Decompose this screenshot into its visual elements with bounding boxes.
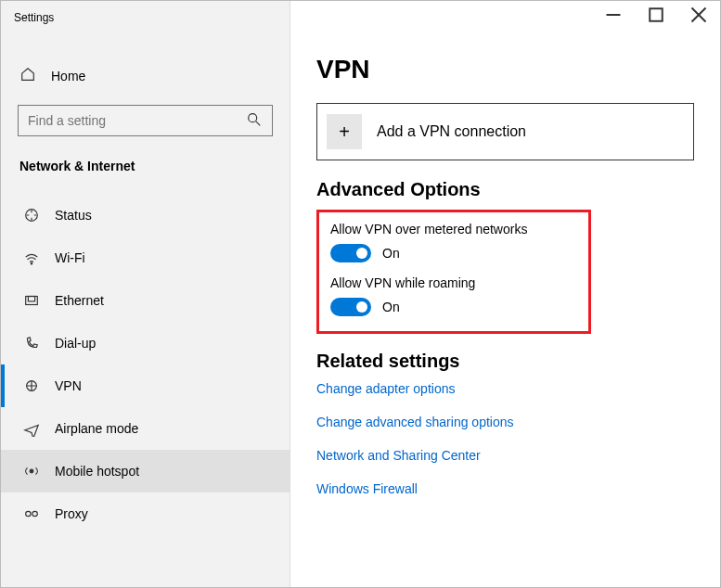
sidebar: Settings Home Network & Internet Status …: [1, 1, 290, 587]
window-title: Settings: [1, 1, 290, 34]
svg-point-6: [30, 469, 33, 473]
nav-label: Airplane mode: [55, 421, 138, 436]
toggle-roaming-state: On: [382, 300, 400, 314]
nav-hotspot[interactable]: Mobile hotspot: [1, 450, 290, 492]
advanced-heading: Advanced Options: [316, 179, 694, 200]
svg-rect-4: [26, 297, 38, 305]
nav-label: VPN: [55, 378, 82, 393]
toggle-metered-label: Allow VPN over metered networks: [330, 222, 577, 236]
nav-label: Proxy: [55, 506, 88, 521]
svg-rect-5: [28, 297, 34, 301]
toggle-metered-state: On: [382, 246, 400, 261]
link-firewall[interactable]: Windows Firewall: [316, 481, 694, 496]
close-button[interactable]: [677, 1, 720, 29]
section-heading: Network & Internet: [1, 149, 290, 194]
nav-label: Wi-Fi: [55, 250, 85, 265]
svg-point-8: [32, 511, 37, 516]
vpn-icon: [23, 377, 40, 394]
minimize-button[interactable]: [592, 1, 635, 29]
nav-airplane[interactable]: Airplane mode: [1, 407, 290, 450]
airplane-icon: [23, 420, 40, 437]
related-heading: Related settings: [316, 351, 694, 372]
nav-wifi[interactable]: Wi-Fi: [1, 236, 290, 279]
nav-status[interactable]: Status: [1, 194, 290, 236]
link-sharing[interactable]: Change advanced sharing options: [316, 415, 694, 429]
proxy-icon: [23, 505, 40, 522]
link-adapter[interactable]: Change adapter options: [316, 381, 694, 396]
plus-icon: +: [327, 114, 362, 149]
window-controls: [592, 1, 720, 29]
toggle-roaming-label: Allow VPN while roaming: [330, 275, 577, 290]
nav-ethernet[interactable]: Ethernet: [1, 279, 290, 322]
toggle-roaming-group: Allow VPN while roaming On: [330, 275, 577, 316]
svg-point-7: [26, 511, 31, 516]
nav-label: Ethernet: [55, 293, 104, 308]
toggle-metered-group: Allow VPN over metered networks On: [330, 222, 577, 262]
add-vpn-label: Add a VPN connection: [377, 123, 526, 140]
search-box[interactable]: [18, 105, 273, 136]
ethernet-icon: [23, 292, 40, 309]
page-title: VPN: [316, 55, 694, 84]
home-icon: [19, 66, 36, 86]
nav-vpn[interactable]: VPN: [1, 364, 290, 407]
settings-window: Settings Home Network & Internet Status …: [0, 0, 721, 588]
link-network-center[interactable]: Network and Sharing Center: [316, 448, 694, 463]
toggle-roaming[interactable]: [330, 298, 371, 316]
wifi-icon: [23, 249, 40, 266]
svg-line-1: [256, 121, 261, 125]
nav-proxy[interactable]: Proxy: [1, 492, 290, 535]
home-nav[interactable]: Home: [1, 57, 290, 96]
home-label: Home: [51, 69, 85, 83]
maximize-button[interactable]: [635, 1, 677, 29]
svg-point-3: [31, 263, 32, 264]
nav-dialup[interactable]: Dial-up: [1, 322, 290, 364]
hotspot-icon: [23, 463, 40, 479]
main-panel: VPN + Add a VPN connection Advanced Opti…: [290, 1, 720, 587]
toggle-metered[interactable]: [330, 244, 371, 262]
dialup-icon: [23, 335, 40, 352]
nav-label: Mobile hotspot: [55, 464, 139, 479]
search-icon: [246, 111, 263, 131]
add-vpn-button[interactable]: + Add a VPN connection: [316, 103, 694, 160]
status-icon: [23, 207, 40, 224]
svg-rect-10: [650, 8, 663, 21]
svg-point-0: [249, 113, 257, 121]
search-input[interactable]: [28, 113, 246, 128]
nav-label: Status: [55, 208, 92, 223]
nav-label: Dial-up: [55, 336, 96, 351]
highlight-box: Allow VPN over metered networks On Allow…: [316, 210, 591, 334]
